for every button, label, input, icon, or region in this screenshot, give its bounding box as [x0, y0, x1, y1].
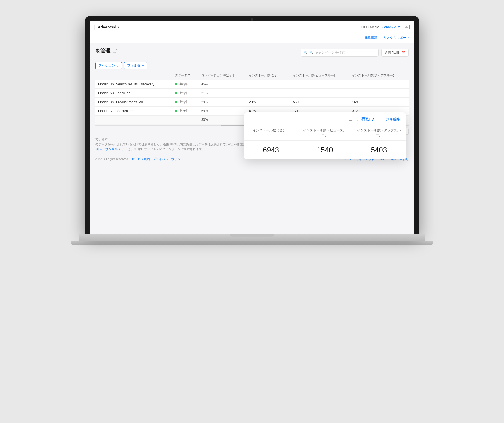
popup-header: ビュー： 有効 ∨ 列を編集	[244, 112, 406, 125]
camera-notch	[251, 18, 253, 21]
footer-note-3: 了日は、米国/ロサンゼルスのタイムゾーンで表示されます。	[122, 147, 205, 151]
date-filter-text: 過去7日間	[384, 50, 400, 55]
app-title[interactable]: Advanced ∨	[98, 25, 119, 29]
total-conv1: 33%	[198, 116, 246, 124]
svg-rect-3	[407, 27, 408, 28]
campaign-status: 実行中	[172, 98, 198, 107]
conv-rate: 45%	[198, 80, 246, 89]
extra-conv: 20%	[246, 98, 290, 107]
tap-thru	[349, 89, 409, 98]
main-content: を管理 i 🔍 🔍 キャンペーンを検索 過去7日間 📅	[90, 43, 414, 166]
action-button[interactable]: アクション ∨	[95, 62, 122, 69]
campaign-name: Finder_AU_TodayTab	[95, 89, 172, 98]
info-icon[interactable]: i	[113, 49, 117, 53]
org-name: OTOD Media	[360, 25, 379, 29]
installs	[246, 89, 290, 98]
status-dot-icon	[175, 83, 177, 85]
popup-col-header-1: インストール数（ビュースルー）	[298, 125, 352, 141]
table-row: Finder_AU_TodayTab 実行中 21%	[95, 89, 409, 98]
popup-columns: インストール数（合計） インストール数（ビュースルー） インストール数（タップス…	[244, 125, 406, 141]
popup-col-value-1: 1540	[298, 141, 352, 159]
search-box[interactable]: 🔍 🔍 キャンペーンを検索	[301, 49, 379, 57]
user-name: Johnny A.	[382, 25, 397, 29]
laptop-bottom	[71, 241, 433, 245]
status-label: 実行中	[179, 100, 188, 104]
popup-card: ビュー： 有効 ∨ 列を編集 インストール数（合計） インストー	[244, 112, 406, 159]
col-header-status: ステータス	[172, 71, 198, 80]
page-title: を管理	[95, 47, 110, 54]
table-row: Finder_US_SearchResults_Discovery 実行中 45…	[95, 80, 409, 89]
svg-rect-0	[405, 26, 406, 27]
col-header-view-thru: インストール数(ビュースルー)	[290, 71, 350, 80]
popup-col-value-0: 6943	[244, 141, 298, 159]
conv-rate: 69%	[198, 107, 246, 116]
campaign-name: Finder_ALL_SearchTab	[95, 107, 172, 116]
campaign-status: 実行中	[172, 89, 198, 98]
installs: 560	[290, 98, 350, 107]
col-header-conv-rate: コンバージョン率(合計)	[198, 71, 246, 80]
search-icon: 🔍	[304, 51, 308, 54]
conv-rate: 29%	[198, 98, 246, 107]
laptop-base	[79, 234, 425, 241]
popup-divider	[380, 117, 380, 122]
col-header-installs: インストール数(合計)	[246, 71, 290, 80]
nav-bar: 推奨事項 カスタムレポート	[90, 33, 414, 43]
campaign-status: 実行中	[172, 107, 198, 116]
top-bar-left: | Advanced ∨	[94, 24, 119, 30]
copyright-text: e Inc. All rights reserved.	[95, 157, 129, 161]
tap-thru	[349, 80, 409, 89]
view-thru: 169	[349, 98, 409, 107]
popup-view-value[interactable]: 有効 ∨	[361, 116, 374, 122]
title-chevron-icon: ∨	[117, 25, 119, 28]
nav-custom-report[interactable]: カスタムレポート	[383, 35, 410, 40]
privacy-link[interactable]: プライバシーポリシー	[153, 157, 183, 161]
status-label: 実行中	[179, 82, 188, 86]
top-bar-right: OTOD Media Johnny A. ∨	[360, 25, 410, 29]
view-thru	[290, 89, 350, 98]
location-link[interactable]: 米国/ロサンゼルス	[95, 147, 121, 151]
campaign-name: Finder_US_ProductPages_WB	[95, 98, 172, 107]
top-bar: | Advanced ∨ OTOD Media Johnny A. ∨	[90, 21, 414, 33]
nav-recommendations[interactable]: 推奨事項	[364, 35, 377, 40]
popup-chevron-icon: ∨	[371, 117, 374, 122]
status-label: 実行中	[179, 91, 188, 95]
filter-button[interactable]: フィルタ ∨	[124, 62, 147, 69]
search-placeholder: 🔍 キャンペーンを検索	[309, 50, 345, 55]
calendar-icon: 📅	[401, 51, 406, 54]
svg-rect-2	[405, 27, 406, 28]
layout-toggle-icon[interactable]	[404, 25, 410, 29]
popup-col-value-2: 5403	[352, 141, 406, 159]
col-header-name	[95, 71, 172, 80]
edit-columns-button[interactable]: 列を編集	[386, 117, 400, 122]
status-label: 実行中	[179, 109, 188, 112]
status-dot-icon	[175, 101, 177, 103]
title-text: Advanced	[98, 25, 117, 29]
total-status	[172, 116, 198, 124]
table-row: Finder_US_ProductPages_WB 実行中 29% 20% 56…	[95, 98, 409, 107]
terms-link[interactable]: サービス規約	[132, 157, 150, 161]
popup-view-text: 有効	[361, 116, 370, 122]
popup-values: 6943 1540 5403	[244, 141, 406, 159]
action-bar: アクション ∨ フィルタ ∨	[95, 60, 409, 71]
view-thru	[290, 80, 350, 89]
user-menu[interactable]: Johnny A. ∨	[382, 25, 400, 29]
conv-rate: 21%	[198, 89, 246, 98]
installs	[246, 80, 290, 89]
campaign-name: Finder_US_SearchResults_Discovery	[95, 80, 172, 89]
user-chevron-icon: ∨	[398, 25, 400, 29]
campaign-status: 実行中	[172, 80, 198, 89]
date-filter[interactable]: 過去7日間 📅	[381, 49, 409, 57]
status-dot-icon	[175, 92, 177, 94]
popup-col-header-0: インストール数（合計）	[244, 125, 298, 141]
col-header-tap-thru: インストール数(タップスルー)	[349, 71, 409, 80]
popup-col-header-2: インストール数（タップスルー）	[352, 125, 406, 141]
divider: |	[94, 24, 96, 30]
popup-view-label: ビュー：	[345, 117, 360, 122]
section-header: を管理 i	[95, 47, 117, 54]
svg-rect-1	[407, 26, 408, 27]
status-dot-icon	[175, 110, 177, 112]
total-label	[95, 116, 172, 124]
